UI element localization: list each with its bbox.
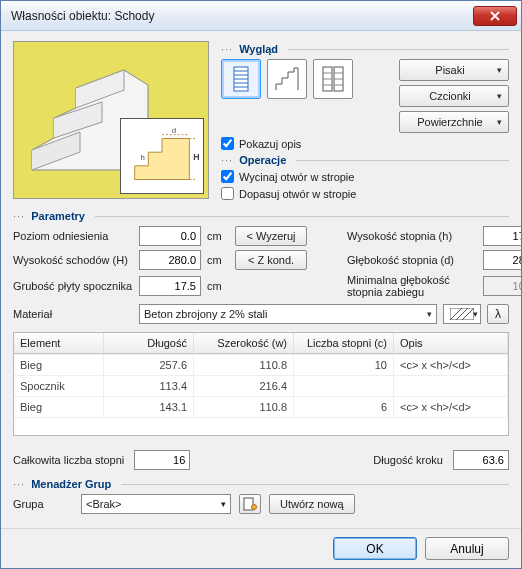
- table-header: Element Długość Szerokość (w) Liczba sto…: [14, 333, 508, 354]
- hatch-button[interactable]: [443, 304, 481, 324]
- th-width: Szerokość (w): [194, 333, 294, 353]
- th-length: Długość: [104, 333, 194, 353]
- elements-table: Element Długość Szerokość (w) Liczba sto…: [13, 332, 509, 436]
- tread-d-input[interactable]: [483, 250, 521, 270]
- ref-level-label: Poziom odniesienia: [13, 230, 133, 242]
- tread-d-label: Głębokość stopnia (d): [347, 254, 477, 266]
- properties-icon: [243, 497, 257, 511]
- section-operations: ··· Operacje: [221, 154, 509, 166]
- show-desc-checkbox[interactable]: [221, 137, 234, 150]
- preview-pane: d h H: [13, 41, 209, 199]
- show-desc-check[interactable]: Pokazuj opis: [221, 137, 509, 150]
- slab-input[interactable]: [139, 276, 201, 296]
- view-icon-3[interactable]: [313, 59, 353, 99]
- fit-hole-checkbox[interactable]: [221, 187, 234, 200]
- slab-label: Grubość płyty spocznika: [13, 280, 133, 292]
- view-icon-1[interactable]: [221, 59, 261, 99]
- riser-h-label: Wysokość stopnia (h): [347, 230, 477, 242]
- hatch-icon: [450, 308, 474, 320]
- svg-text:d: d: [172, 126, 176, 135]
- close-button[interactable]: [473, 6, 517, 26]
- preview-inset: d h H: [120, 118, 204, 194]
- step-dimensions-icon: d h H: [121, 119, 203, 193]
- group-combo[interactable]: <Brak>: [81, 494, 231, 514]
- dialog-body: d h H ··· Wygląd: [1, 31, 521, 528]
- lambda-button[interactable]: λ: [487, 304, 509, 324]
- view-icon-2[interactable]: [267, 59, 307, 99]
- groups-title: Menadżer Grup: [31, 478, 111, 490]
- min-depth-input: [483, 276, 521, 296]
- group-label: Grupa: [13, 498, 73, 510]
- window-title: Własności obiektu: Schody: [11, 9, 473, 23]
- dialog-window: Własności obiektu: Schody: [0, 0, 522, 569]
- material-combo[interactable]: Beton zbrojony z 2% stali: [139, 304, 437, 324]
- step-len-input[interactable]: [453, 450, 509, 470]
- table-row[interactable]: Bieg 143.1 110.8 6 <c> x <h>/<d>: [14, 396, 508, 417]
- appearance-title: Wygląd: [239, 43, 278, 55]
- cut-hole-checkbox[interactable]: [221, 170, 234, 183]
- table-row[interactable]: Bieg 257.6 110.8 10 <c> x <h>/<d>: [14, 354, 508, 375]
- total-steps-input[interactable]: [134, 450, 190, 470]
- step-len-label: Długość kroku: [373, 454, 443, 466]
- new-group-button[interactable]: Utwórz nową: [269, 494, 355, 514]
- ref-level-input[interactable]: [139, 226, 201, 246]
- fonts-button[interactable]: Czcionki: [399, 85, 509, 107]
- plan2-icon: [318, 64, 348, 94]
- svg-text:h: h: [141, 153, 145, 162]
- section-icon: [272, 64, 302, 94]
- stairs-h-input[interactable]: [139, 250, 201, 270]
- stairs-h-label: Wysokość schodów (H): [13, 254, 133, 266]
- cancel-button[interactable]: Anuluj: [425, 537, 509, 560]
- unit-cm: cm: [207, 230, 229, 242]
- surfaces-button[interactable]: Powierzchnie: [399, 111, 509, 133]
- ok-button[interactable]: OK: [333, 537, 417, 560]
- from-floor-button[interactable]: < Z kond.: [235, 250, 307, 270]
- section-groups: ··· Menadżer Grup: [13, 478, 509, 490]
- dialog-footer: OK Anuluj: [1, 528, 521, 568]
- section-appearance: ··· Wygląd: [221, 43, 509, 55]
- riser-h-input[interactable]: [483, 226, 521, 246]
- material-label: Materiał: [13, 308, 133, 320]
- table-row[interactable]: Spocznik 113.4 216.4: [14, 375, 508, 396]
- section-params: ··· Parametry: [13, 210, 509, 222]
- titlebar: Własności obiektu: Schody: [1, 1, 521, 31]
- total-steps-label: Całkowita liczba stopni: [13, 454, 124, 466]
- zero-button[interactable]: < Wyzeruj: [235, 226, 307, 246]
- th-desc: Opis: [394, 333, 508, 353]
- min-depth-label: Minimalna głębokość stopnia zabiegu: [347, 274, 477, 298]
- th-element: Element: [14, 333, 104, 353]
- fit-hole-check[interactable]: Dopasuj otwór w stropie: [221, 187, 509, 200]
- close-icon: [490, 11, 500, 21]
- group-props-button[interactable]: [239, 494, 261, 514]
- operations-title: Operacje: [239, 154, 286, 166]
- th-count: Liczba stopni (c): [294, 333, 394, 353]
- unit-cm: cm: [207, 254, 229, 266]
- unit-cm: cm: [207, 280, 229, 292]
- pens-button[interactable]: Pisaki: [399, 59, 509, 81]
- params-title: Parametry: [31, 210, 85, 222]
- svg-point-27: [252, 505, 257, 510]
- cut-hole-check[interactable]: Wycinaj otwór w stropie: [221, 170, 509, 183]
- plan-icon: [226, 64, 256, 94]
- svg-text:H: H: [193, 152, 199, 162]
